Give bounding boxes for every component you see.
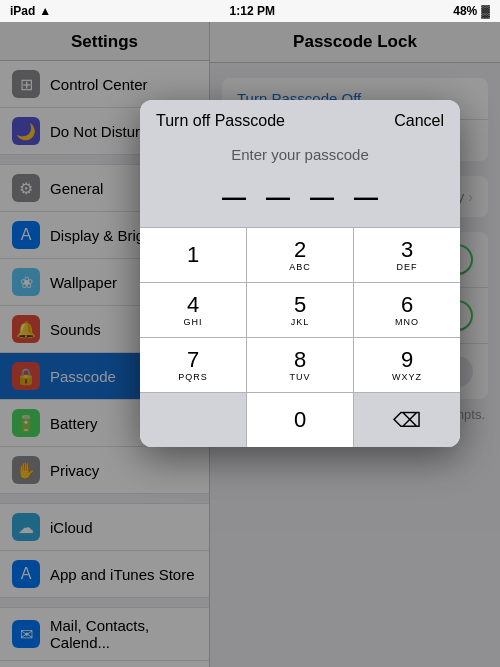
dot-1: — xyxy=(222,183,246,211)
numpad: 1 2 ABC 3 DEF 4 GHI 5 JKL 6 MNO 7 PQRS xyxy=(140,227,460,447)
key-num-3: 3 xyxy=(401,239,413,261)
status-right: 48% ▓ xyxy=(453,4,490,18)
key-num-5: 5 xyxy=(294,294,306,316)
key-alpha-5: JKL xyxy=(291,317,310,327)
numpad-key-4[interactable]: 4 GHI xyxy=(140,283,247,337)
status-bar: iPad ▲ 1:12 PM 48% ▓ xyxy=(0,0,500,22)
modal-cancel-button[interactable]: Cancel xyxy=(394,112,444,130)
key-num-2: 2 xyxy=(294,239,306,261)
numpad-key-1[interactable]: 1 xyxy=(140,228,247,282)
numpad-key-empty xyxy=(140,393,247,447)
key-num-1: 1 xyxy=(187,244,199,266)
wifi-icon: ▲ xyxy=(39,4,51,18)
dot-3: — xyxy=(310,183,334,211)
modal-title-bar: Turn off Passcode Cancel xyxy=(140,100,460,138)
status-left: iPad ▲ xyxy=(10,4,51,18)
numpad-row-3: 0 ⌫ xyxy=(140,392,460,447)
dot-2: — xyxy=(266,183,290,211)
passcode-dots: — — — — xyxy=(140,175,460,227)
status-time: 1:12 PM xyxy=(230,4,275,18)
numpad-row-1: 4 GHI 5 JKL 6 MNO xyxy=(140,282,460,337)
key-alpha-2: ABC xyxy=(289,262,311,272)
key-alpha-9: WXYZ xyxy=(392,372,422,382)
device-label: iPad xyxy=(10,4,35,18)
battery-percent: 48% xyxy=(453,4,477,18)
battery-icon: ▓ xyxy=(481,4,490,18)
key-num-0: 0 xyxy=(294,409,306,431)
numpad-key-6[interactable]: 6 MNO xyxy=(354,283,460,337)
passcode-modal: Turn off Passcode Cancel Enter your pass… xyxy=(140,100,460,447)
modal-subtitle: Enter your passcode xyxy=(140,138,460,175)
numpad-row-2: 7 PQRS 8 TUV 9 WXYZ xyxy=(140,337,460,392)
key-num-4: 4 xyxy=(187,294,199,316)
numpad-key-9[interactable]: 9 WXYZ xyxy=(354,338,460,392)
numpad-row-0: 1 2 ABC 3 DEF xyxy=(140,227,460,282)
key-num-9: 9 xyxy=(401,349,413,371)
key-alpha-6: MNO xyxy=(395,317,419,327)
delete-icon: ⌫ xyxy=(393,408,421,432)
numpad-key-⌫[interactable]: ⌫ xyxy=(354,393,460,447)
numpad-key-8[interactable]: 8 TUV xyxy=(247,338,354,392)
numpad-key-7[interactable]: 7 PQRS xyxy=(140,338,247,392)
key-num-7: 7 xyxy=(187,349,199,371)
modal-title: Turn off Passcode xyxy=(156,112,285,130)
dot-4: — xyxy=(354,183,378,211)
key-num-6: 6 xyxy=(401,294,413,316)
key-num-8: 8 xyxy=(294,349,306,371)
key-alpha-8: TUV xyxy=(290,372,311,382)
numpad-key-2[interactable]: 2 ABC xyxy=(247,228,354,282)
numpad-key-5[interactable]: 5 JKL xyxy=(247,283,354,337)
numpad-key-0[interactable]: 0 xyxy=(247,393,354,447)
key-alpha-7: PQRS xyxy=(178,372,208,382)
key-alpha-3: DEF xyxy=(397,262,418,272)
key-alpha-4: GHI xyxy=(183,317,202,327)
numpad-key-3[interactable]: 3 DEF xyxy=(354,228,460,282)
